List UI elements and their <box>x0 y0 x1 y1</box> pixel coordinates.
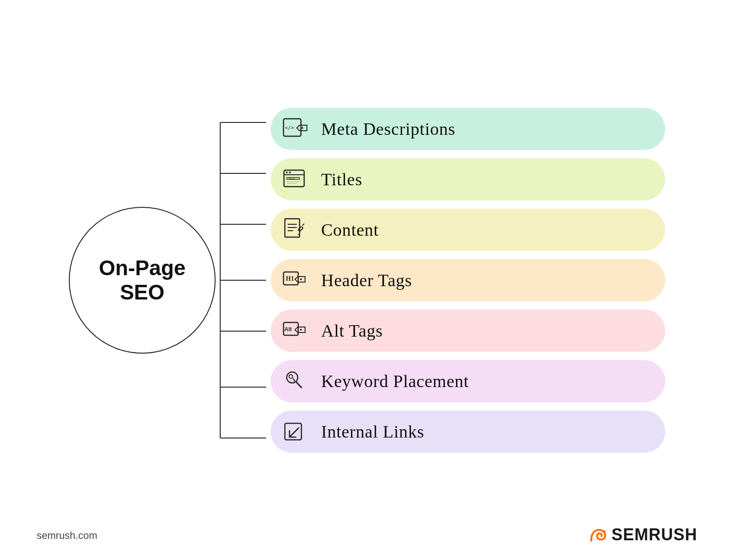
icon-box-content <box>280 216 312 244</box>
connector-area <box>216 101 271 459</box>
label-alt-tags: Alt Tags <box>321 321 383 341</box>
label-titles: Titles <box>321 169 362 189</box>
document-edit-icon <box>282 217 310 243</box>
icon-box-meta-descriptions: </> <box>280 115 312 143</box>
left-section: On-Page SEO <box>69 207 216 354</box>
center-circle: On-Page SEO <box>69 207 216 354</box>
center-label-line1: On-Page <box>99 256 185 280</box>
item-pill-internal-links: Internal Links <box>271 410 665 453</box>
svg-line-36 <box>294 381 295 382</box>
svg-point-33 <box>289 375 293 378</box>
item-row-alt-tags: Alt Alt Tags <box>271 310 665 352</box>
svg-rect-23 <box>298 226 303 231</box>
connector-svg <box>216 101 271 459</box>
label-keyword-placement: Keyword Placement <box>321 371 469 391</box>
main-container: On-Page SEO <box>0 0 734 560</box>
browser-title-icon: Titles <box>282 166 310 192</box>
svg-text:</>: </> <box>285 125 294 131</box>
icon-box-internal-links <box>280 418 312 445</box>
svg-point-13 <box>286 172 288 173</box>
item-row-header-tags: H1 Header Tags <box>271 259 665 301</box>
footer-website: semrush.com <box>37 530 97 542</box>
center-label-line2: SEO <box>120 280 164 304</box>
svg-point-10 <box>301 127 303 129</box>
item-row-internal-links: Internal Links <box>271 410 665 453</box>
label-meta-descriptions: Meta Descriptions <box>321 119 456 139</box>
svg-point-30 <box>300 329 302 331</box>
item-row-titles: Titles Titles <box>271 158 665 200</box>
svg-point-27 <box>300 278 302 280</box>
semrush-brand-text: SEMRUSH <box>612 525 697 544</box>
item-pill-content: Content <box>271 209 665 251</box>
item-pill-header-tags: H1 Header Tags <box>271 259 665 301</box>
keyword-search-icon <box>282 368 310 394</box>
item-pill-keyword-placement: Keyword Placement <box>271 360 665 402</box>
svg-point-39 <box>603 530 606 533</box>
item-pill-alt-tags: Alt Alt Tags <box>271 310 665 352</box>
item-pill-titles: Titles Titles <box>271 158 665 200</box>
semrush-icon <box>587 524 608 545</box>
footer-logo: SEMRUSH <box>587 524 697 545</box>
svg-line-32 <box>296 382 301 388</box>
label-content: Content <box>321 220 379 240</box>
right-section: </> Meta Descriptions <box>271 108 665 453</box>
icon-box-header-tags: H1 <box>280 266 312 294</box>
link-arrow-icon <box>282 419 310 444</box>
icon-box-alt-tags: Alt <box>280 317 312 344</box>
icon-box-keyword-placement <box>280 367 312 395</box>
item-row-keyword-placement: Keyword Placement <box>271 360 665 402</box>
svg-text:Titles: Titles <box>289 177 295 180</box>
footer-website-text: semrush.com <box>37 530 97 541</box>
semrush-logo: SEMRUSH <box>587 524 697 545</box>
item-row-content: Content <box>271 209 665 251</box>
h1-tag-icon: H1 <box>282 267 310 293</box>
center-label: On-Page SEO <box>99 256 185 305</box>
svg-line-24 <box>302 224 304 226</box>
svg-text:Alt: Alt <box>284 326 292 333</box>
label-internal-links: Internal Links <box>321 421 424 442</box>
svg-line-38 <box>289 428 299 437</box>
svg-line-35 <box>294 380 295 381</box>
label-header-tags: Header Tags <box>321 270 412 290</box>
item-pill-meta-descriptions: </> Meta Descriptions <box>271 108 665 150</box>
svg-text:H1: H1 <box>286 275 294 282</box>
item-row-meta-descriptions: </> Meta Descriptions <box>271 108 665 150</box>
icon-box-titles: Titles <box>280 166 312 193</box>
code-tag-icon: </> <box>282 116 310 142</box>
alt-tag-icon: Alt <box>282 318 310 344</box>
svg-point-14 <box>289 172 291 173</box>
